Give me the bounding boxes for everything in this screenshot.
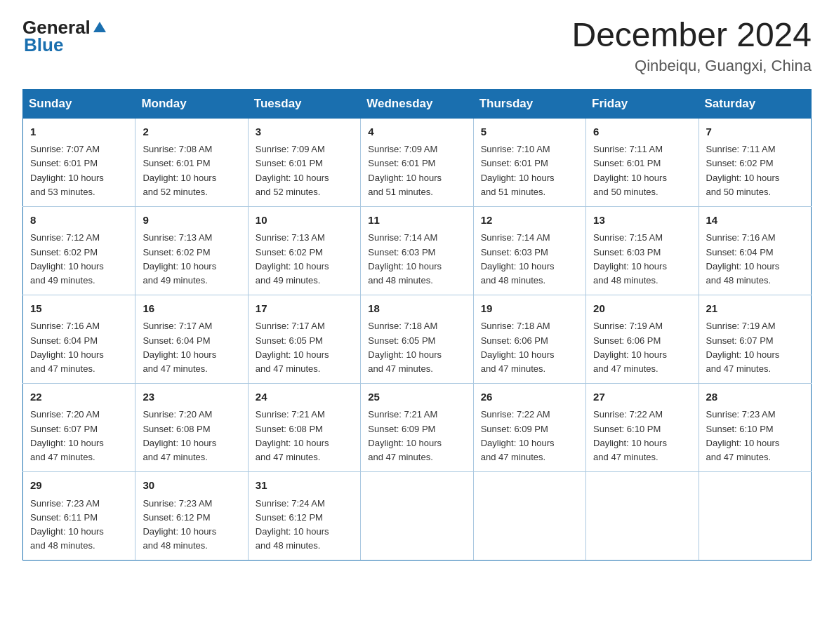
weekday-header-thursday: Thursday <box>473 89 585 118</box>
weekday-header-sunday: Sunday <box>23 89 135 118</box>
day-info: Sunrise: 7:23 AM Sunset: 6:12 PM Dayligh… <box>143 497 240 554</box>
day-info: Sunrise: 7:11 AM Sunset: 6:01 PM Dayligh… <box>593 142 691 199</box>
day-info: Sunrise: 7:17 AM Sunset: 6:04 PM Dayligh… <box>143 319 240 376</box>
day-info: Sunrise: 7:23 AM Sunset: 6:11 PM Dayligh… <box>30 497 128 554</box>
calendar-cell: 25Sunrise: 7:21 AM Sunset: 6:09 PM Dayli… <box>361 383 473 471</box>
calendar-cell: 15Sunrise: 7:16 AM Sunset: 6:04 PM Dayli… <box>23 295 135 383</box>
day-number: 20 <box>593 301 691 317</box>
calendar-cell: 1Sunrise: 7:07 AM Sunset: 6:01 PM Daylig… <box>23 118 135 206</box>
day-number: 15 <box>30 301 128 317</box>
day-info: Sunrise: 7:18 AM Sunset: 6:06 PM Dayligh… <box>481 319 578 376</box>
weekday-header-row: SundayMondayTuesdayWednesdayThursdayFrid… <box>23 89 812 118</box>
day-info: Sunrise: 7:14 AM Sunset: 6:03 PM Dayligh… <box>368 231 465 288</box>
calendar-cell: 14Sunrise: 7:16 AM Sunset: 6:04 PM Dayli… <box>699 206 811 295</box>
day-number: 25 <box>368 389 465 405</box>
day-info: Sunrise: 7:13 AM Sunset: 6:02 PM Dayligh… <box>256 231 353 288</box>
calendar-cell: 2Sunrise: 7:08 AM Sunset: 6:01 PM Daylig… <box>135 118 248 206</box>
calendar-week-row: 8Sunrise: 7:12 AM Sunset: 6:02 PM Daylig… <box>23 206 812 295</box>
day-number: 11 <box>368 213 465 229</box>
day-info: Sunrise: 7:20 AM Sunset: 6:08 PM Dayligh… <box>143 408 240 464</box>
page-header: General Blue December 2024 Qinbeiqu, Gua… <box>22 17 812 75</box>
day-info: Sunrise: 7:08 AM Sunset: 6:01 PM Dayligh… <box>143 142 240 199</box>
calendar-cell: 3Sunrise: 7:09 AM Sunset: 6:01 PM Daylig… <box>248 118 360 206</box>
day-info: Sunrise: 7:24 AM Sunset: 6:12 PM Dayligh… <box>256 497 353 554</box>
day-info: Sunrise: 7:22 AM Sunset: 6:09 PM Dayligh… <box>481 408 578 464</box>
day-info: Sunrise: 7:07 AM Sunset: 6:01 PM Dayligh… <box>30 142 128 199</box>
weekday-header-friday: Friday <box>586 89 699 118</box>
weekday-header-wednesday: Wednesday <box>361 89 473 118</box>
day-number: 14 <box>706 213 804 229</box>
day-info: Sunrise: 7:11 AM Sunset: 6:02 PM Dayligh… <box>706 142 804 199</box>
day-info: Sunrise: 7:15 AM Sunset: 6:03 PM Dayligh… <box>593 231 691 288</box>
calendar-table: SundayMondayTuesdayWednesdayThursdayFrid… <box>22 89 812 561</box>
day-number: 23 <box>143 389 240 405</box>
calendar-cell: 10Sunrise: 7:13 AM Sunset: 6:02 PM Dayli… <box>248 206 360 295</box>
day-info: Sunrise: 7:09 AM Sunset: 6:01 PM Dayligh… <box>256 142 353 199</box>
calendar-week-row: 15Sunrise: 7:16 AM Sunset: 6:04 PM Dayli… <box>23 295 812 383</box>
calendar-cell: 13Sunrise: 7:15 AM Sunset: 6:03 PM Dayli… <box>586 206 699 295</box>
day-number: 4 <box>368 124 465 140</box>
calendar-cell: 7Sunrise: 7:11 AM Sunset: 6:02 PM Daylig… <box>699 118 811 206</box>
day-number: 5 <box>481 124 578 140</box>
day-number: 10 <box>256 213 353 229</box>
calendar-cell: 22Sunrise: 7:20 AM Sunset: 6:07 PM Dayli… <box>23 383 135 471</box>
day-number: 19 <box>481 301 578 317</box>
day-number: 16 <box>143 301 240 317</box>
month-title: December 2024 <box>571 17 812 54</box>
day-number: 28 <box>706 389 804 405</box>
calendar-cell <box>473 472 585 561</box>
day-info: Sunrise: 7:23 AM Sunset: 6:10 PM Dayligh… <box>706 408 804 464</box>
day-number: 26 <box>481 389 578 405</box>
day-number: 2 <box>143 124 240 140</box>
calendar-cell: 9Sunrise: 7:13 AM Sunset: 6:02 PM Daylig… <box>135 206 248 295</box>
calendar-cell: 19Sunrise: 7:18 AM Sunset: 6:06 PM Dayli… <box>473 295 585 383</box>
day-info: Sunrise: 7:12 AM Sunset: 6:02 PM Dayligh… <box>30 231 128 288</box>
day-number: 6 <box>593 124 691 140</box>
calendar-cell: 6Sunrise: 7:11 AM Sunset: 6:01 PM Daylig… <box>586 118 699 206</box>
calendar-cell: 11Sunrise: 7:14 AM Sunset: 6:03 PM Dayli… <box>361 206 473 295</box>
svg-marker-0 <box>93 22 106 32</box>
calendar-cell: 5Sunrise: 7:10 AM Sunset: 6:01 PM Daylig… <box>473 118 585 206</box>
logo-blue-text: Blue <box>24 34 63 56</box>
day-info: Sunrise: 7:14 AM Sunset: 6:03 PM Dayligh… <box>481 231 578 288</box>
calendar-cell <box>699 472 811 561</box>
title-area: December 2024 Qinbeiqu, Guangxi, China <box>571 17 812 75</box>
day-info: Sunrise: 7:09 AM Sunset: 6:01 PM Dayligh… <box>368 142 465 199</box>
calendar-cell: 31Sunrise: 7:24 AM Sunset: 6:12 PM Dayli… <box>248 472 360 561</box>
day-info: Sunrise: 7:19 AM Sunset: 6:06 PM Dayligh… <box>593 319 691 376</box>
day-number: 21 <box>706 301 804 317</box>
calendar-cell: 21Sunrise: 7:19 AM Sunset: 6:07 PM Dayli… <box>699 295 811 383</box>
day-number: 31 <box>256 478 353 494</box>
day-number: 13 <box>593 213 691 229</box>
logo: General Blue <box>22 17 107 56</box>
calendar-cell <box>361 472 473 561</box>
calendar-cell: 4Sunrise: 7:09 AM Sunset: 6:01 PM Daylig… <box>361 118 473 206</box>
calendar-cell: 29Sunrise: 7:23 AM Sunset: 6:11 PM Dayli… <box>23 472 135 561</box>
calendar-cell: 17Sunrise: 7:17 AM Sunset: 6:05 PM Dayli… <box>248 295 360 383</box>
calendar-week-row: 29Sunrise: 7:23 AM Sunset: 6:11 PM Dayli… <box>23 472 812 561</box>
calendar-cell: 26Sunrise: 7:22 AM Sunset: 6:09 PM Dayli… <box>473 383 585 471</box>
weekday-header-monday: Monday <box>135 89 248 118</box>
day-number: 9 <box>143 213 240 229</box>
day-number: 27 <box>593 389 691 405</box>
weekday-header-saturday: Saturday <box>699 89 811 118</box>
day-info: Sunrise: 7:22 AM Sunset: 6:10 PM Dayligh… <box>593 408 691 464</box>
calendar-cell: 20Sunrise: 7:19 AM Sunset: 6:06 PM Dayli… <box>586 295 699 383</box>
calendar-week-row: 22Sunrise: 7:20 AM Sunset: 6:07 PM Dayli… <box>23 383 812 471</box>
day-info: Sunrise: 7:21 AM Sunset: 6:08 PM Dayligh… <box>256 408 353 464</box>
location-title: Qinbeiqu, Guangxi, China <box>571 57 812 75</box>
calendar-cell <box>586 472 699 561</box>
calendar-cell: 12Sunrise: 7:14 AM Sunset: 6:03 PM Dayli… <box>473 206 585 295</box>
day-info: Sunrise: 7:16 AM Sunset: 6:04 PM Dayligh… <box>706 231 804 288</box>
day-info: Sunrise: 7:16 AM Sunset: 6:04 PM Dayligh… <box>30 319 128 376</box>
logo-triangle-icon <box>92 20 107 35</box>
calendar-cell: 8Sunrise: 7:12 AM Sunset: 6:02 PM Daylig… <box>23 206 135 295</box>
day-number: 24 <box>256 389 353 405</box>
calendar-cell: 27Sunrise: 7:22 AM Sunset: 6:10 PM Dayli… <box>586 383 699 471</box>
day-info: Sunrise: 7:10 AM Sunset: 6:01 PM Dayligh… <box>481 142 578 199</box>
weekday-header-tuesday: Tuesday <box>248 89 360 118</box>
day-number: 29 <box>30 478 128 494</box>
day-info: Sunrise: 7:20 AM Sunset: 6:07 PM Dayligh… <box>30 408 128 464</box>
calendar-cell: 18Sunrise: 7:18 AM Sunset: 6:05 PM Dayli… <box>361 295 473 383</box>
calendar-cell: 16Sunrise: 7:17 AM Sunset: 6:04 PM Dayli… <box>135 295 248 383</box>
